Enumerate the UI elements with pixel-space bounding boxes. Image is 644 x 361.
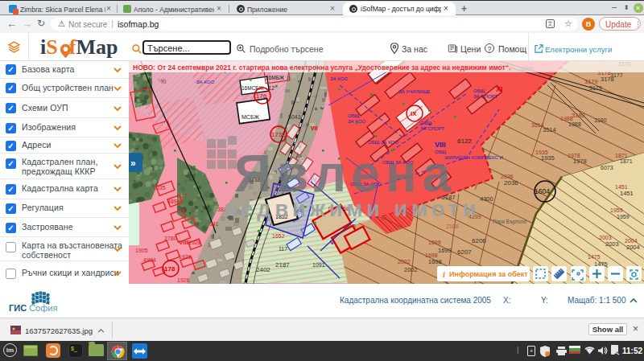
- svg-text:4904: 4904: [143, 257, 156, 263]
- svg-text:ОБЩ: ОБЩ: [473, 88, 485, 93]
- svg-text:1871: 1871: [615, 153, 628, 158]
- svg-text:1451: 1451: [615, 184, 628, 190]
- svg-text:2402: 2402: [256, 266, 270, 273]
- svg-text:1928: 1928: [188, 240, 201, 245]
- svg-text:Парк Въртопо: Парк Въртопо: [493, 219, 526, 225]
- svg-text:941: 941: [209, 221, 219, 227]
- svg-text:16МБЖ: 16МБЖ: [266, 75, 284, 80]
- svg-text:1905: 1905: [135, 248, 148, 253]
- svg-text:недвижими имоти: недвижими имоти: [224, 197, 480, 221]
- svg-text:1926: 1926: [179, 254, 192, 260]
- svg-text:»: »: [130, 158, 136, 169]
- svg-text:2003: 2003: [605, 240, 619, 248]
- svg-text:1698: 1698: [425, 252, 438, 258]
- svg-text:1475: 1475: [588, 254, 601, 260]
- svg-text:1604: 1604: [535, 187, 550, 195]
- svg-text:1091: 1091: [312, 262, 325, 268]
- svg-text:1959: 1959: [610, 207, 623, 213]
- svg-text:4898: 4898: [167, 199, 180, 204]
- svg-text:1652: 1652: [272, 233, 285, 239]
- svg-text:2780: 2780: [164, 236, 177, 241]
- svg-text:МСБЖ: МСБЖ: [242, 114, 259, 120]
- svg-text:НОВО: От 24 септември 2021 г.: НОВО: От 24 септември 2021 г. стартира н…: [133, 64, 510, 72]
- svg-text:2004: 2004: [626, 244, 640, 251]
- svg-text:6073: 6073: [601, 165, 613, 170]
- svg-text:117: 117: [279, 246, 287, 252]
- svg-text:3514: 3514: [543, 126, 556, 133]
- svg-text:1699: 1699: [428, 240, 441, 245]
- svg-text:2002: 2002: [404, 266, 418, 273]
- svg-text:2004: 2004: [625, 238, 638, 244]
- svg-text:4300: 4300: [480, 195, 493, 203]
- svg-text:1935: 1935: [541, 154, 555, 162]
- svg-text:1978: 1978: [573, 158, 587, 165]
- svg-text:1959: 1959: [617, 214, 630, 219]
- svg-text:173Б: 173Б: [271, 131, 287, 138]
- svg-text:Информация за обект: Информация за обект: [449, 270, 528, 278]
- svg-text:ЗА СПОРТ: ЗА СПОРТ: [473, 94, 497, 99]
- svg-text:ОБЩ: ОБЩ: [420, 121, 432, 125]
- svg-text:ЗА КОО: ЗА КОО: [330, 76, 348, 81]
- svg-text:1699: 1699: [438, 247, 452, 254]
- svg-text:ЗА СПОРТ: ЗА СПОРТ: [420, 126, 444, 131]
- svg-text:ОБЩ: ОБЩ: [348, 113, 360, 118]
- svg-text:XI: XI: [161, 79, 167, 84]
- svg-text:Явлена: Явлена: [234, 145, 456, 203]
- svg-text:1451: 1451: [620, 190, 634, 197]
- svg-text:5043: 5043: [288, 114, 301, 120]
- svg-text:3178: 3178: [601, 76, 614, 83]
- svg-text:6122: 6122: [457, 137, 472, 145]
- svg-text:1871: 1871: [620, 158, 633, 164]
- svg-text:VII: VII: [311, 125, 318, 131]
- svg-text:2188: 2188: [446, 224, 459, 229]
- svg-text:3179: 3179: [589, 85, 602, 91]
- svg-text:2003: 2003: [599, 235, 612, 240]
- svg-text:178: 178: [164, 265, 175, 273]
- svg-text:117: 117: [179, 193, 188, 199]
- svg-text:1698: 1698: [428, 258, 442, 265]
- svg-text:1926: 1926: [177, 277, 190, 283]
- svg-text:176: 176: [256, 92, 267, 100]
- svg-text:IX: IX: [411, 110, 417, 117]
- svg-text:3180: 3180: [572, 112, 585, 119]
- svg-text:XI: XI: [496, 85, 503, 93]
- svg-text:6206: 6206: [472, 237, 486, 244]
- svg-text:ЗА КОО: ЗА КОО: [196, 80, 214, 84]
- svg-text:2036: 2036: [504, 179, 518, 187]
- svg-text:2036: 2036: [501, 174, 514, 179]
- svg-text:2002: 2002: [398, 259, 411, 265]
- svg-text:6207: 6207: [457, 248, 472, 256]
- svg-text:1988: 1988: [560, 116, 573, 121]
- svg-text:3179: 3179: [584, 78, 598, 85]
- svg-text:3180: 3180: [594, 117, 607, 123]
- svg-text:ЗА УЧИЛИЩЕ: ЗА УЧИЛИЩЕ: [398, 89, 430, 94]
- svg-text:2187: 2187: [275, 261, 290, 269]
- svg-text:1035: 1035: [153, 185, 166, 191]
- svg-text:1988: 1988: [568, 121, 581, 127]
